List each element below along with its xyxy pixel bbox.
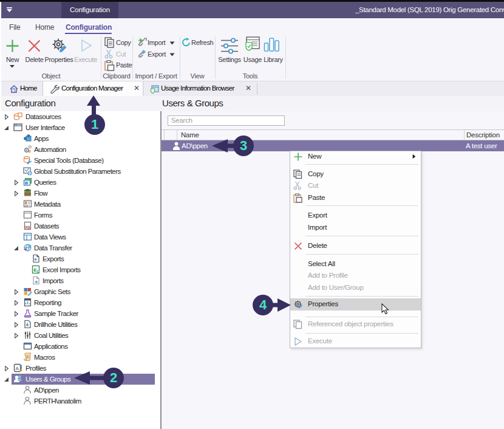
svg-text:SQL: SQL	[25, 225, 32, 229]
